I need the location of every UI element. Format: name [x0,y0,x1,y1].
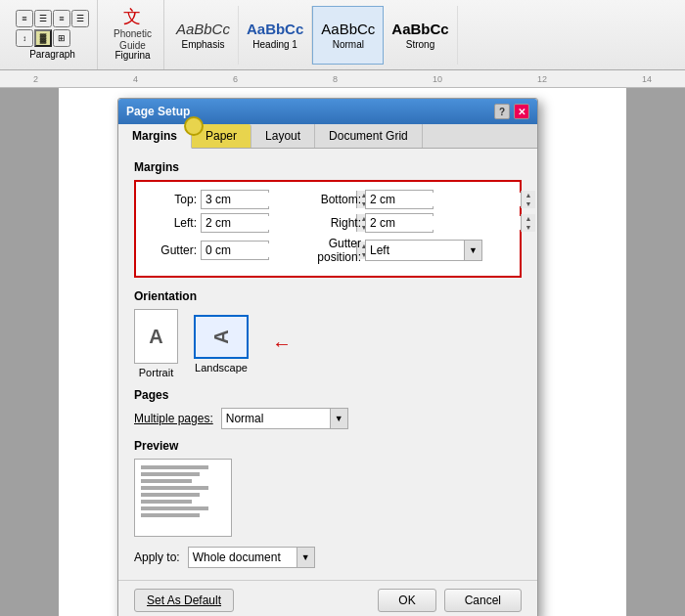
dialog-title: Page Setup [126,105,190,118]
bottom-down-arrow[interactable]: ▼ [522,199,535,208]
left-input[interactable]: ▲ ▼ [201,213,269,233]
style-strong[interactable]: AaBbCc Strong [384,6,457,65]
portrait-btn[interactable]: A Portrait [134,309,178,378]
bottom-spinners: ▲ ▼ [521,191,535,208]
heading1-label: Heading 1 [252,39,297,50]
bottom-label: Bottom: [283,193,361,206]
help-button[interactable]: ? [494,104,510,119]
preview-line-3 [141,479,192,483]
page-setup-dialog: Page Setup ? ✕ Margins Paper Layout Docu… [117,98,538,616]
paragraph-group: ≡ ☰ ≡ ☰ ↕ ▓ ⊞ Paragraph [8,0,98,69]
gutter-input[interactable]: ▲ ▼ [201,241,269,260]
multiple-pages-arrow[interactable]: ▼ [330,409,347,428]
strong-label: Strong [406,39,434,50]
preview-line-6 [141,500,192,504]
figurina-group: 文 PhoneticGuide Figurina [102,0,164,69]
dialog-tabs: Margins Paper Layout Document Grid [118,124,537,149]
strong-preview: AaBbCc [391,21,448,37]
top-input[interactable]: ▲ ▼ [201,190,269,209]
landscape-label: Landscape [195,362,248,374]
normal-preview: AaBbCc [321,21,375,37]
preview-box [134,459,232,537]
right-down-arrow[interactable]: ▼ [522,223,535,232]
landscape-arrow-indicator: ← [272,332,292,355]
close-button[interactable]: ✕ [514,104,529,119]
set-as-default-button[interactable]: Set As Default [134,589,234,612]
tab-paper[interactable]: Paper [192,124,251,148]
style-normal[interactable]: AaBbCc Normal [312,6,384,65]
right-input[interactable]: ▲ ▼ [365,213,434,233]
shading-btn[interactable]: ▓ [34,29,52,47]
styles-section: AaBbCc Emphasis AaBbCc Heading 1 AaBbCc … [168,0,458,69]
preview-line-8 [141,513,200,517]
tab-margins[interactable]: Margins [118,124,192,149]
margin-row-top: Top: ▲ ▼ Bottom: ▲ ▼ [146,190,510,209]
multiple-pages-value: Normal [222,412,330,425]
gutter-position-label: Gutter position: [283,237,361,264]
apply-dropdown[interactable]: Whole document ▼ [188,547,315,568]
align-left-btn[interactable]: ≡ [16,10,33,27]
preview-line-1 [141,465,208,469]
preview-line-2 [141,472,200,476]
bottom-up-arrow[interactable]: ▲ [522,191,535,199]
apply-arrow[interactable]: ▼ [297,548,314,567]
right-value[interactable] [366,216,521,230]
dialog-titlebar: Page Setup ? ✕ [118,99,537,124]
bottom-input[interactable]: ▲ ▼ [365,190,434,209]
justify-btn[interactable]: ☰ [71,10,89,27]
emphasis-label: Emphasis [181,39,224,50]
preview-line-4 [141,486,208,490]
landscape-btn[interactable]: A Landscape [194,315,249,374]
align-right-btn[interactable]: ≡ [53,10,70,27]
pages-row: Multiple pages: Normal ▼ [134,408,522,429]
margin-row-left: Left: ▲ ▼ Right: ▲ ▼ [146,213,510,233]
margins-section-title: Margins [134,160,522,174]
style-emphasis[interactable]: AaBbCc Emphasis [168,6,239,65]
apply-row: Apply to: Whole document ▼ [134,547,522,568]
gutter-position-dropdown[interactable]: Left ▼ [365,240,482,261]
paragraph-group-label: Paragraph [29,49,75,60]
orientation-title: Orientation [134,289,522,303]
preview-section: Preview [134,439,522,537]
multiple-pages-label: Multiple pages: [134,412,213,425]
style-heading1[interactable]: AaBbCc Heading 1 [239,6,312,65]
ruler: 2468101214 [0,70,685,88]
margins-box: Top: ▲ ▼ Bottom: ▲ ▼ [134,180,522,278]
pages-title: Pages [134,388,522,402]
page-area: Page Setup ? ✕ Margins Paper Layout Docu… [0,88,685,616]
cancel-button[interactable]: Cancel [444,589,522,612]
gutter-label: Gutter: [146,243,197,257]
preview-line-7 [141,506,208,510]
phonetic-guide-label: PhoneticGuide [114,28,152,52]
titlebar-buttons: ? ✕ [494,104,529,119]
right-up-arrow[interactable]: ▲ [522,214,535,223]
phonetic-guide-icon: 文 [123,5,141,28]
ok-button[interactable]: OK [378,589,435,612]
multiple-pages-dropdown[interactable]: Normal ▼ [221,408,348,429]
apply-value: Whole document [189,550,297,564]
heading1-preview: AaBbCc [247,21,303,37]
gutter-position-arrow[interactable]: ▼ [464,241,481,260]
preview-title: Preview [134,439,522,453]
portrait-icon: A [134,309,178,364]
left-label: Left: [146,216,197,230]
align-center-btn[interactable]: ☰ [34,10,52,27]
ok-cancel-buttons: OK Cancel [378,589,522,612]
line-spacing-btn[interactable]: ↕ [16,29,33,47]
bottom-value[interactable] [366,193,521,206]
gutter-position-value: Left [366,243,464,257]
phonetic-guide-btn[interactable]: 文 PhoneticGuide [110,1,156,56]
pages-section: Pages Multiple pages: Normal ▼ [134,388,522,429]
tab-document-grid[interactable]: Document Grid [315,124,423,148]
margin-row-gutter: Gutter: ▲ ▼ Gutter position: Left ▼ [146,237,510,264]
figurina-label: Figurina [114,50,150,61]
border-btn[interactable]: ⊞ [53,29,70,47]
landscape-icon: A [194,315,249,359]
tab-layout[interactable]: Layout [251,124,315,148]
right-label: Right: [283,216,361,230]
portrait-label: Portrait [139,367,173,378]
dialog-footer: Set As Default OK Cancel [118,580,537,616]
emphasis-preview: AaBbCc [176,21,230,37]
top-label: Top: [146,193,197,206]
apply-label: Apply to: [134,550,180,564]
